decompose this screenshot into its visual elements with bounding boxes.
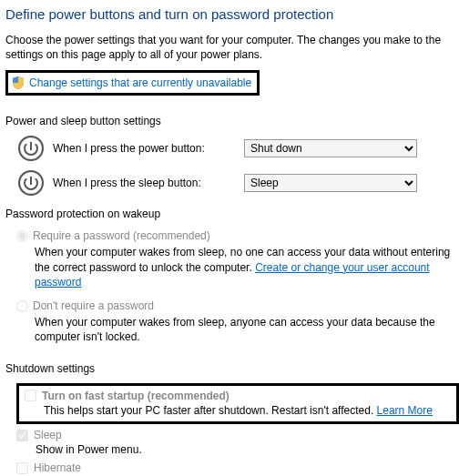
fast-startup-desc: This helps start your PC faster after sh… (44, 403, 451, 418)
intro-text: Choose the power settings that you want … (5, 33, 459, 62)
page-title: Define power buttons and turn on passwor… (5, 5, 459, 24)
require-password-desc: When your computer wakes from sleep, no … (35, 245, 459, 289)
fast-startup-checkbox[interactable] (25, 390, 36, 401)
power-sleep-heading: Power and sleep button settings (5, 114, 459, 128)
dont-require-password-desc: When your computer wakes from sleep, any… (35, 315, 459, 344)
fast-startup-highlight: Turn on fast startup (recommended) This … (16, 383, 459, 424)
sleep-checkbox-label: Sleep (34, 428, 62, 442)
shield-icon (11, 76, 26, 90)
change-settings-label: Change settings that are currently unava… (29, 76, 251, 90)
power-icon (18, 136, 44, 161)
require-password-option: Require a password (recommended) (16, 228, 459, 243)
hibernate-checkbox[interactable] (16, 462, 28, 474)
power-button-label: When I press the power button: (53, 141, 244, 156)
sleep-checkbox[interactable] (16, 430, 28, 441)
power-button-select[interactable]: Shut down (244, 139, 417, 157)
dont-require-password-label: Don't require a password (33, 299, 154, 313)
password-heading: Password protection on wakeup (5, 207, 459, 221)
fast-startup-label: Turn on fast startup (recommended) (42, 389, 230, 403)
require-password-label: Require a password (recommended) (33, 228, 210, 243)
hibernate-checkbox-label: Hibernate (34, 461, 81, 475)
require-password-radio[interactable] (16, 230, 28, 242)
change-settings-highlight: Change settings that are currently unava… (5, 70, 260, 96)
sleep-button-select[interactable]: Sleep (244, 174, 417, 192)
power-button-row: When I press the power button: Shut down (18, 136, 459, 161)
sleep-button-label: When I press the sleep button: (53, 176, 244, 190)
change-settings-link[interactable]: Change settings that are currently unava… (11, 76, 251, 90)
sleep-checkbox-desc: Show in Power menu. (36, 442, 459, 457)
learn-more-link[interactable]: Learn More (377, 404, 433, 417)
dont-require-password-radio[interactable] (16, 300, 28, 312)
shutdown-heading: Shutdown settings (5, 361, 459, 376)
sleep-icon (18, 170, 44, 196)
dont-require-password-option: Don't require a password (16, 299, 459, 313)
sleep-button-row: When I press the sleep button: Sleep (18, 170, 459, 196)
